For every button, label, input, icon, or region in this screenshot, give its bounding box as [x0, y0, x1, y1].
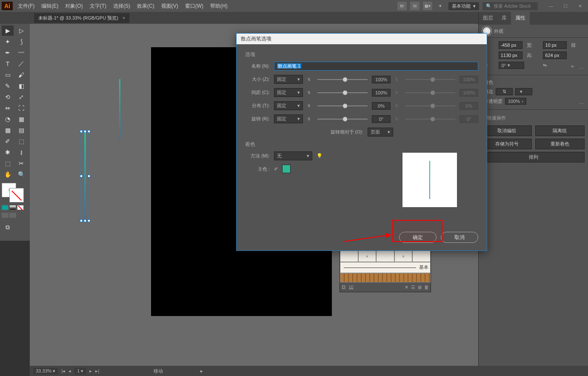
- menu-help[interactable]: 帮助(H): [207, 3, 231, 10]
- direct-selection-tool[interactable]: ▷: [15, 26, 27, 36]
- blend-tool[interactable]: ⬚: [15, 136, 27, 146]
- size-flip-icon[interactable]: ↯: [307, 77, 313, 82]
- change-screen-mode[interactable]: ⧉: [2, 222, 14, 232]
- size-value[interactable]: 100%: [372, 76, 391, 83]
- brush-preset-3[interactable]: ·: [376, 250, 394, 262]
- remove-stroke-icon[interactable]: ✕: [405, 285, 408, 290]
- cancel-button[interactable]: 取消: [441, 232, 478, 243]
- paintbrush-tool[interactable]: 🖌: [15, 70, 27, 80]
- size-mode-dropdown[interactable]: 固定▾: [274, 75, 303, 84]
- mesh-tool[interactable]: ▩: [2, 125, 14, 135]
- ok-button[interactable]: 确定: [399, 232, 437, 243]
- stroke-weight-dropdown[interactable]: ▾: [515, 88, 532, 95]
- brush-preset-4[interactable]: ●: [394, 250, 413, 262]
- menu-object[interactable]: 对象(O): [62, 3, 86, 10]
- shape-builder-tool[interactable]: ◔: [2, 114, 14, 124]
- selection-tool[interactable]: ▶: [2, 26, 14, 36]
- tab-layers[interactable]: 图层: [479, 12, 497, 25]
- shaper-tool[interactable]: ✎: [2, 81, 14, 91]
- tab-libraries[interactable]: 库: [497, 12, 511, 25]
- method-dropdown[interactable]: 无▾: [274, 151, 312, 160]
- ungroup-button[interactable]: 取消编组: [482, 125, 532, 136]
- document-tab[interactable]: 未标题-1* @ 33.33% (RGB/GPU 预览) ×: [34, 13, 129, 23]
- scatter-flip-icon[interactable]: ↯: [307, 103, 313, 108]
- main-color-swatch[interactable]: [282, 165, 291, 173]
- search-stock-input[interactable]: 🔍 搜索 Adobe Stock: [482, 2, 538, 10]
- arrange-button[interactable]: 排列: [482, 152, 585, 162]
- recolor-button[interactable]: 重新着色: [535, 139, 585, 149]
- opacity-input[interactable]: 100%›: [505, 98, 526, 105]
- minimize-button[interactable]: —: [545, 2, 557, 10]
- maximize-button[interactable]: ☐: [559, 2, 572, 10]
- next-artboard-icon[interactable]: ▸: [89, 368, 92, 374]
- type-tool[interactable]: T: [2, 59, 14, 69]
- workspace-dropdown[interactable]: 基本功能 ▾: [448, 2, 479, 10]
- tab-properties[interactable]: 属性: [511, 12, 530, 25]
- last-artboard-icon[interactable]: ▸|: [95, 368, 99, 374]
- zoom-dropdown[interactable]: 33.33% ▾: [33, 368, 58, 374]
- transform-more-icon[interactable]: ⋯: [579, 66, 585, 71]
- free-transform-tool[interactable]: ⛶: [15, 103, 27, 113]
- spacing-value[interactable]: 100%: [372, 89, 391, 97]
- first-artboard-icon[interactable]: |◂: [61, 368, 65, 374]
- zoom-tool[interactable]: 🔍: [15, 169, 27, 179]
- isolate-button[interactable]: 隔离组: [535, 125, 585, 136]
- menu-effect[interactable]: 效果(C): [134, 3, 158, 10]
- status-play-icon[interactable]: ▸: [200, 368, 203, 374]
- lasso-tool[interactable]: ⟆: [15, 37, 27, 47]
- eyedropper-tool[interactable]: ✐: [2, 136, 14, 146]
- brush-preset-1[interactable]: ·: [340, 250, 358, 262]
- width-input[interactable]: [543, 41, 567, 49]
- save-symbol-button[interactable]: 存储为符号: [482, 139, 532, 149]
- rotation-slider[interactable]: [317, 116, 368, 122]
- pen-tool[interactable]: ✒: [2, 48, 14, 58]
- slice-tool[interactable]: ✂: [15, 158, 27, 168]
- scatter-mode-dropdown[interactable]: 固定▾: [274, 101, 303, 110]
- delete-brush-icon[interactable]: 🗑: [424, 285, 429, 290]
- hand-tool[interactable]: ✋: [2, 169, 14, 179]
- menu-window[interactable]: 窗口(W): [182, 3, 207, 10]
- gradient-mode-icon[interactable]: [9, 205, 16, 210]
- brush-art-row[interactable]: [340, 273, 431, 282]
- gpu-icon[interactable]: ✈: [436, 2, 445, 10]
- color-mode-icon[interactable]: [2, 205, 9, 210]
- curvature-tool[interactable]: 〰: [15, 48, 27, 58]
- symbol-sprayer-tool[interactable]: ✱: [2, 147, 14, 157]
- rotation-mode-dropdown[interactable]: 固定▾: [274, 114, 303, 123]
- perspective-tool[interactable]: ▦: [15, 114, 27, 124]
- arrange-docs-icon[interactable]: ▦▾: [423, 2, 432, 10]
- spacing-flip-icon[interactable]: ↯: [307, 90, 313, 95]
- bridge-icon[interactable]: Br: [397, 2, 407, 10]
- gradient-tool[interactable]: ▤: [15, 125, 27, 135]
- tips-icon[interactable]: 💡: [317, 153, 323, 159]
- x-input[interactable]: [499, 41, 522, 49]
- close-button[interactable]: ✕: [574, 2, 586, 10]
- menu-type[interactable]: 文字(T): [86, 3, 110, 10]
- rotation-relative-dropdown[interactable]: 页面▾: [368, 128, 393, 137]
- tab-close-icon[interactable]: ×: [123, 15, 125, 20]
- spacing-mode-dropdown[interactable]: 固定▾: [274, 88, 303, 97]
- draw-mode-icon[interactable]: [9, 213, 16, 218]
- spacing-slider[interactable]: [317, 90, 368, 96]
- appearance-more-icon[interactable]: ⋯: [579, 101, 585, 107]
- scatter-value[interactable]: 0%: [372, 102, 391, 110]
- stroke-weight-stepper[interactable]: ⇅: [496, 88, 513, 95]
- scatter-slider[interactable]: [317, 103, 368, 109]
- column-graph-tool[interactable]: ⫿: [15, 147, 27, 157]
- line-tool[interactable]: ／: [15, 59, 27, 69]
- brush-preset-2[interactable]: ●: [358, 250, 377, 262]
- brush-options-icon[interactable]: ☰: [411, 285, 415, 290]
- angle-input[interactable]: 0°▾: [499, 62, 524, 69]
- artboard-tool[interactable]: ⬚: [2, 158, 14, 168]
- rotate-tool[interactable]: ⟲: [2, 92, 14, 102]
- menu-view[interactable]: 视图(V): [158, 3, 182, 10]
- fill-stroke-swatches[interactable]: ?: [2, 183, 26, 203]
- y-input[interactable]: [499, 51, 522, 59]
- flip-h-icon[interactable]: ⇋: [543, 63, 568, 68]
- menu-select[interactable]: 选择(S): [110, 3, 134, 10]
- brush-preset-5[interactable]: [412, 250, 431, 262]
- screen-mode-icon[interactable]: [2, 213, 9, 218]
- eyedropper-icon[interactable]: ✐: [274, 166, 278, 172]
- height-input[interactable]: [543, 51, 567, 59]
- magic-wand-tool[interactable]: ✦: [2, 37, 14, 47]
